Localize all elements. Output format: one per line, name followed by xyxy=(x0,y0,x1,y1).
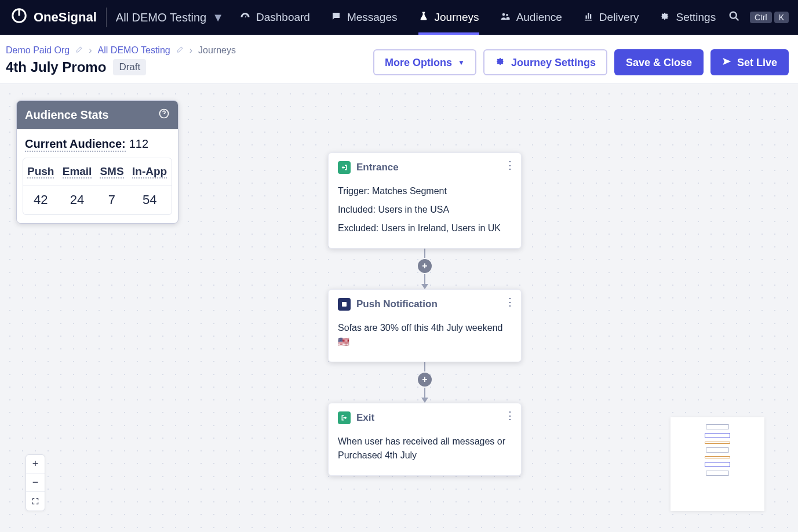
fullscreen-button[interactable] xyxy=(26,492,45,511)
save-close-label: Save & Close xyxy=(626,57,692,68)
crumb-org[interactable]: Demo Paid Org xyxy=(6,45,70,56)
svg-point-1 xyxy=(502,13,505,16)
col-push: Push xyxy=(27,165,54,178)
search-icon[interactable] xyxy=(728,10,741,25)
gear-icon xyxy=(659,11,670,24)
minimap-node xyxy=(705,442,730,444)
nav-settings[interactable]: Settings xyxy=(659,0,716,35)
brand-name: OneSignal xyxy=(34,10,97,25)
exit-node[interactable]: ⋮ Exit When user has received all messag… xyxy=(328,403,522,476)
crumb-app[interactable]: All DEMO Testing xyxy=(98,45,170,56)
nav-messages-label: Messages xyxy=(347,11,398,24)
exit-body: When user has received all messages or P… xyxy=(338,435,512,462)
nav-delivery[interactable]: Delivery xyxy=(583,0,639,35)
minimap-node xyxy=(705,433,730,438)
val-sms: 7 xyxy=(96,185,128,215)
nav-messages[interactable]: Messages xyxy=(331,0,398,35)
nav-dashboard[interactable]: Dashboard xyxy=(240,0,310,35)
audience-stats-heading: Audience Stats xyxy=(25,108,108,122)
caret-down-icon: ▼ xyxy=(212,11,224,24)
brand[interactable]: OneSignal xyxy=(10,7,97,28)
journey-canvas[interactable]: Audience Stats Current Audience: 112 Pus… xyxy=(0,84,798,532)
nav-delivery-label: Delivery xyxy=(599,11,639,24)
onesignal-logo-icon xyxy=(10,7,28,28)
zoom-out-button[interactable]: − xyxy=(26,473,45,492)
more-options-button[interactable]: More Options ▼ xyxy=(373,49,476,75)
help-icon[interactable] xyxy=(158,108,170,122)
caret-down-icon: ▼ xyxy=(458,59,465,66)
nav-journeys-label: Journeys xyxy=(435,11,479,24)
minimap-node xyxy=(706,471,729,476)
current-audience-value: 112 xyxy=(129,137,148,152)
svg-point-2 xyxy=(506,13,508,16)
col-inapp: In-App xyxy=(132,165,167,178)
val-email: 24 xyxy=(58,185,96,215)
journey-settings-button[interactable]: Journey Settings xyxy=(483,49,607,75)
current-audience-label: Current Audience: xyxy=(25,137,126,152)
status-badge: Draft xyxy=(113,59,146,75)
audience-stats-card: Audience Stats Current Audience: 112 Pus… xyxy=(16,100,178,224)
push-title: Push Notification xyxy=(356,298,438,310)
push-icon xyxy=(338,298,351,311)
col-sms: SMS xyxy=(100,165,123,178)
entrance-excluded: Excluded: Users in Ireland, Users in UK xyxy=(338,221,512,235)
minimap-node xyxy=(705,462,730,467)
connector: + xyxy=(418,362,432,403)
entrance-title: Entrance xyxy=(356,162,399,173)
chat-icon xyxy=(331,11,341,24)
subheader: Demo Paid Org › All DEMO Testing › Journ… xyxy=(0,35,798,84)
more-options-label: More Options xyxy=(385,57,452,68)
val-push: 42 xyxy=(23,185,58,215)
exit-icon xyxy=(338,411,351,424)
nav-settings-label: Settings xyxy=(676,11,716,24)
set-live-button[interactable]: Set Live xyxy=(710,49,789,75)
users-icon xyxy=(500,11,511,24)
chart-icon xyxy=(583,11,593,24)
paper-plane-icon xyxy=(722,57,731,68)
minimap-node xyxy=(706,424,729,429)
nav-items: Dashboard Messages Journeys Audience Del… xyxy=(240,0,716,35)
svg-point-3 xyxy=(730,12,737,19)
entrance-trigger: Trigger: Matches Segment xyxy=(338,184,512,198)
nav-audience-label: Audience xyxy=(516,11,562,24)
exit-title: Exit xyxy=(356,412,374,424)
gear-icon xyxy=(495,56,505,68)
journey-settings-label: Journey Settings xyxy=(511,57,596,68)
add-step-button[interactable]: + xyxy=(418,373,432,387)
connector: + xyxy=(418,249,432,289)
entrance-icon xyxy=(338,161,351,174)
edit-icon[interactable] xyxy=(75,45,83,56)
add-step-button[interactable]: + xyxy=(418,259,432,273)
journey-flow: ⋮ Entrance Trigger: Matches Segment Incl… xyxy=(328,152,522,476)
top-nav: OneSignal All DEMO Testing ▼ Dashboard M… xyxy=(0,0,798,35)
nav-divider xyxy=(106,8,107,27)
nav-dashboard-label: Dashboard xyxy=(256,11,310,24)
minimap-node xyxy=(706,447,729,453)
push-body: Sofas are 30% off this 4th July weekend … xyxy=(338,321,512,349)
entrance-node[interactable]: ⋮ Entrance Trigger: Matches Segment Incl… xyxy=(328,152,522,249)
zoom-in-button[interactable]: + xyxy=(26,455,45,473)
breadcrumb: Demo Paid Org › All DEMO Testing › Journ… xyxy=(6,45,236,56)
node-menu-icon[interactable]: ⋮ xyxy=(505,296,515,308)
col-email: Email xyxy=(63,165,92,178)
kbd-k: K xyxy=(774,12,789,23)
set-live-label: Set Live xyxy=(737,57,777,68)
zoom-controls: + − xyxy=(25,454,45,511)
gauge-icon xyxy=(240,11,250,24)
flask-icon xyxy=(418,11,429,24)
push-node[interactable]: ⋮ Push Notification Sofas are 30% off th… xyxy=(328,289,522,362)
kbd-ctrl: Ctrl xyxy=(750,12,772,23)
entrance-included: Included: Users in the USA xyxy=(338,203,512,217)
crumb-section[interactable]: Journeys xyxy=(198,45,236,56)
app-selector[interactable]: All DEMO Testing ▼ xyxy=(116,11,224,24)
save-close-button[interactable]: Save & Close xyxy=(614,49,704,75)
chevron-right-icon: › xyxy=(89,45,92,56)
node-menu-icon[interactable]: ⋮ xyxy=(505,409,515,422)
nav-journeys[interactable]: Journeys xyxy=(418,0,479,35)
edit-icon[interactable] xyxy=(176,45,184,56)
chevron-right-icon: › xyxy=(190,45,192,56)
nav-audience[interactable]: Audience xyxy=(500,0,562,35)
minimap[interactable] xyxy=(671,417,764,511)
node-menu-icon[interactable]: ⋮ xyxy=(505,159,515,172)
nav-right: Ctrl K xyxy=(728,10,789,25)
